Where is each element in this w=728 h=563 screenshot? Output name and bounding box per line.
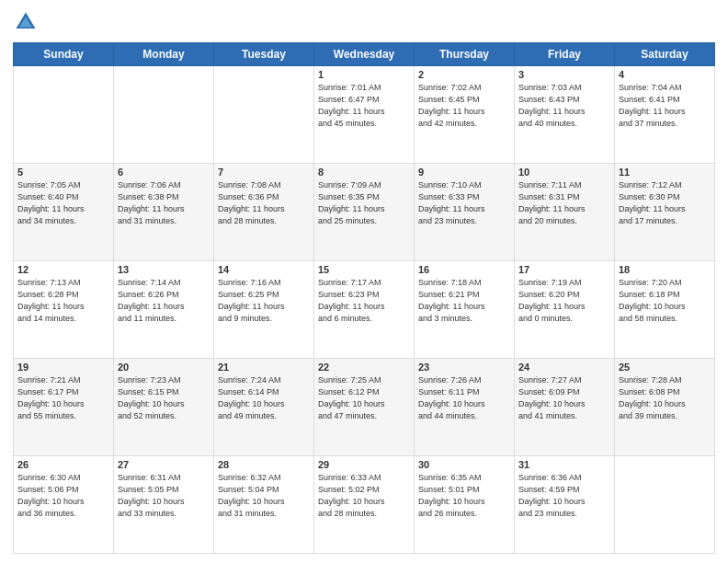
day-number: 29 <box>318 459 410 470</box>
calendar-cell: 30Sunrise: 6:35 AM Sunset: 5:01 PM Dayli… <box>415 456 515 554</box>
day-header-saturday: Saturday <box>615 43 715 66</box>
day-info: Sunrise: 7:04 AM Sunset: 6:41 PM Dayligh… <box>619 82 711 130</box>
day-header-sunday: Sunday <box>14 43 114 66</box>
day-number: 9 <box>418 167 510 178</box>
day-info: Sunrise: 7:09 AM Sunset: 6:35 PM Dayligh… <box>318 179 410 227</box>
calendar-header-row: SundayMondayTuesdayWednesdayThursdayFrid… <box>14 43 715 66</box>
calendar-week-1: 1Sunrise: 7:01 AM Sunset: 6:47 PM Daylig… <box>14 66 715 164</box>
calendar-cell: 7Sunrise: 7:08 AM Sunset: 6:36 PM Daylig… <box>214 164 314 261</box>
calendar-cell: 22Sunrise: 7:25 AM Sunset: 6:12 PM Dayli… <box>314 359 415 456</box>
day-info: Sunrise: 7:13 AM Sunset: 6:28 PM Dayligh… <box>17 277 109 325</box>
calendar-table: SundayMondayTuesdayWednesdayThursdayFrid… <box>13 42 715 554</box>
day-info: Sunrise: 7:08 AM Sunset: 6:36 PM Dayligh… <box>218 179 310 227</box>
day-info: Sunrise: 7:19 AM Sunset: 6:20 PM Dayligh… <box>518 277 610 325</box>
day-header-tuesday: Tuesday <box>214 43 314 66</box>
calendar-cell: 16Sunrise: 7:18 AM Sunset: 6:21 PM Dayli… <box>415 261 515 359</box>
day-header-thursday: Thursday <box>415 43 515 66</box>
day-number: 22 <box>318 362 410 373</box>
day-number: 10 <box>518 167 610 178</box>
calendar-week-5: 26Sunrise: 6:30 AM Sunset: 5:06 PM Dayli… <box>14 456 715 554</box>
day-number: 5 <box>17 167 109 178</box>
page: SundayMondayTuesdayWednesdayThursdayFrid… <box>0 0 728 563</box>
day-number: 11 <box>619 167 711 178</box>
day-info: Sunrise: 7:24 AM Sunset: 6:14 PM Dayligh… <box>218 374 310 422</box>
day-info: Sunrise: 6:33 AM Sunset: 5:02 PM Dayligh… <box>318 472 410 520</box>
day-info: Sunrise: 7:01 AM Sunset: 6:47 PM Dayligh… <box>318 82 410 130</box>
day-number: 28 <box>218 459 310 470</box>
day-number: 14 <box>218 264 310 275</box>
day-number: 20 <box>118 362 210 373</box>
day-number: 19 <box>17 362 109 373</box>
calendar-cell: 10Sunrise: 7:11 AM Sunset: 6:31 PM Dayli… <box>515 164 615 261</box>
calendar-cell: 19Sunrise: 7:21 AM Sunset: 6:17 PM Dayli… <box>14 359 114 456</box>
calendar-cell: 21Sunrise: 7:24 AM Sunset: 6:14 PM Dayli… <box>214 359 314 456</box>
day-info: Sunrise: 7:10 AM Sunset: 6:33 PM Dayligh… <box>418 179 510 227</box>
calendar-cell: 15Sunrise: 7:17 AM Sunset: 6:23 PM Dayli… <box>314 261 415 359</box>
calendar-cell: 12Sunrise: 7:13 AM Sunset: 6:28 PM Dayli… <box>14 261 114 359</box>
calendar-cell: 18Sunrise: 7:20 AM Sunset: 6:18 PM Dayli… <box>615 261 715 359</box>
day-info: Sunrise: 6:35 AM Sunset: 5:01 PM Dayligh… <box>418 472 510 520</box>
day-info: Sunrise: 7:06 AM Sunset: 6:38 PM Dayligh… <box>118 179 210 227</box>
day-info: Sunrise: 7:11 AM Sunset: 6:31 PM Dayligh… <box>518 179 610 227</box>
day-number: 25 <box>619 362 711 373</box>
day-number: 21 <box>218 362 310 373</box>
calendar-cell: 8Sunrise: 7:09 AM Sunset: 6:35 PM Daylig… <box>314 164 415 261</box>
day-number: 23 <box>418 362 510 373</box>
day-number: 13 <box>118 264 210 275</box>
day-info: Sunrise: 6:31 AM Sunset: 5:05 PM Dayligh… <box>118 472 210 520</box>
calendar-cell: 23Sunrise: 7:26 AM Sunset: 6:11 PM Dayli… <box>415 359 515 456</box>
day-number: 15 <box>318 264 410 275</box>
header <box>13 9 715 35</box>
day-number: 26 <box>17 459 109 470</box>
calendar-cell: 24Sunrise: 7:27 AM Sunset: 6:09 PM Dayli… <box>515 359 615 456</box>
day-info: Sunrise: 7:03 AM Sunset: 6:43 PM Dayligh… <box>518 82 610 130</box>
calendar-cell: 6Sunrise: 7:06 AM Sunset: 6:38 PM Daylig… <box>114 164 214 261</box>
calendar-cell: 4Sunrise: 7:04 AM Sunset: 6:41 PM Daylig… <box>615 66 715 164</box>
calendar-cell: 26Sunrise: 6:30 AM Sunset: 5:06 PM Dayli… <box>14 456 114 554</box>
calendar-cell <box>14 66 114 164</box>
day-number: 16 <box>418 264 510 275</box>
calendar-cell <box>214 66 314 164</box>
day-number: 30 <box>418 459 510 470</box>
day-header-wednesday: Wednesday <box>314 43 415 66</box>
day-number: 3 <box>518 69 610 80</box>
calendar-cell: 13Sunrise: 7:14 AM Sunset: 6:26 PM Dayli… <box>114 261 214 359</box>
calendar-cell: 14Sunrise: 7:16 AM Sunset: 6:25 PM Dayli… <box>214 261 314 359</box>
calendar-cell: 5Sunrise: 7:05 AM Sunset: 6:40 PM Daylig… <box>14 164 114 261</box>
calendar-cell <box>615 456 715 554</box>
calendar-cell: 1Sunrise: 7:01 AM Sunset: 6:47 PM Daylig… <box>314 66 415 164</box>
day-number: 4 <box>619 69 711 80</box>
calendar-week-4: 19Sunrise: 7:21 AM Sunset: 6:17 PM Dayli… <box>14 359 715 456</box>
day-header-monday: Monday <box>114 43 214 66</box>
day-number: 31 <box>518 459 610 470</box>
day-info: Sunrise: 7:17 AM Sunset: 6:23 PM Dayligh… <box>318 277 410 325</box>
calendar-cell: 3Sunrise: 7:03 AM Sunset: 6:43 PM Daylig… <box>515 66 615 164</box>
day-info: Sunrise: 6:36 AM Sunset: 4:59 PM Dayligh… <box>518 472 610 520</box>
day-info: Sunrise: 7:05 AM Sunset: 6:40 PM Dayligh… <box>17 179 109 227</box>
day-header-friday: Friday <box>515 43 615 66</box>
calendar-cell: 25Sunrise: 7:28 AM Sunset: 6:08 PM Dayli… <box>615 359 715 456</box>
logo-icon <box>13 9 39 35</box>
day-number: 7 <box>218 167 310 178</box>
day-number: 2 <box>418 69 510 80</box>
day-info: Sunrise: 7:28 AM Sunset: 6:08 PM Dayligh… <box>619 374 711 422</box>
day-info: Sunrise: 7:16 AM Sunset: 6:25 PM Dayligh… <box>218 277 310 325</box>
calendar-cell: 17Sunrise: 7:19 AM Sunset: 6:20 PM Dayli… <box>515 261 615 359</box>
day-number: 24 <box>518 362 610 373</box>
calendar-cell: 11Sunrise: 7:12 AM Sunset: 6:30 PM Dayli… <box>615 164 715 261</box>
day-info: Sunrise: 7:21 AM Sunset: 6:17 PM Dayligh… <box>17 374 109 422</box>
calendar-cell: 31Sunrise: 6:36 AM Sunset: 4:59 PM Dayli… <box>515 456 615 554</box>
calendar-cell: 29Sunrise: 6:33 AM Sunset: 5:02 PM Dayli… <box>314 456 415 554</box>
day-number: 27 <box>118 459 210 470</box>
day-info: Sunrise: 7:23 AM Sunset: 6:15 PM Dayligh… <box>118 374 210 422</box>
day-info: Sunrise: 6:32 AM Sunset: 5:04 PM Dayligh… <box>218 472 310 520</box>
day-info: Sunrise: 6:30 AM Sunset: 5:06 PM Dayligh… <box>17 472 109 520</box>
day-info: Sunrise: 7:26 AM Sunset: 6:11 PM Dayligh… <box>418 374 510 422</box>
day-info: Sunrise: 7:12 AM Sunset: 6:30 PM Dayligh… <box>619 179 711 227</box>
day-number: 6 <box>118 167 210 178</box>
day-info: Sunrise: 7:27 AM Sunset: 6:09 PM Dayligh… <box>518 374 610 422</box>
calendar-cell: 2Sunrise: 7:02 AM Sunset: 6:45 PM Daylig… <box>415 66 515 164</box>
logo <box>13 9 42 35</box>
calendar-cell: 28Sunrise: 6:32 AM Sunset: 5:04 PM Dayli… <box>214 456 314 554</box>
day-number: 1 <box>318 69 410 80</box>
